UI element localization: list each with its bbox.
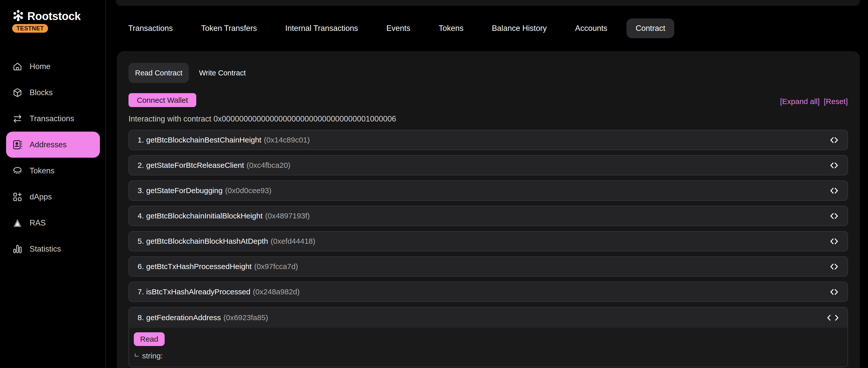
method-name: isBtcTxHashAlreadyProcessed — [146, 287, 250, 296]
statistics-icon — [12, 244, 23, 254]
sidebar-item-label: dApps — [30, 192, 52, 201]
blocks-icon — [12, 87, 23, 98]
sidebar-item-dapps[interactable]: dApps — [6, 184, 100, 210]
method-selector: (0x97fcca7d) — [254, 262, 298, 271]
brand[interactable]: Rootstock — [12, 9, 81, 23]
method-8-body: Read string: — [129, 328, 847, 367]
method-name: getBtcTxHashProcessedHeight — [146, 262, 252, 271]
method-row-2[interactable]: 2. getStateForBtcReleaseClient (0xc4fbca… — [128, 155, 848, 175]
sidebar-item-ras[interactable]: RAS — [6, 210, 100, 236]
sidebar-item-label: Home — [30, 62, 51, 71]
method-selector: (0x4897193f) — [265, 211, 310, 220]
method-name: getFederationAddress — [146, 313, 221, 322]
method-number: 4. — [137, 211, 144, 220]
method-name: getBtcBlockchainBlockHashAtDepth — [146, 237, 268, 246]
testnet-badge: TESTNET — [12, 24, 48, 33]
panel-links: [Expand all] [Reset] — [780, 97, 848, 106]
method-row-3[interactable]: 3. getStateForDebugging (0x0d0cee93) — [128, 180, 848, 201]
sidebar: Rootstock TESTNET Home Blocks Transactio… — [0, 0, 106, 368]
method-row-1[interactable]: 1. getBtcBlockchainBestChainHeight (0x14… — [128, 130, 848, 150]
method-row-4[interactable]: 4. getBtcBlockchainInitialBlockHeight (0… — [128, 206, 848, 226]
read-button[interactable]: Read — [134, 332, 165, 346]
method-selector: (0x14c89c01) — [264, 136, 310, 144]
method-selector: (0x248a982d) — [253, 287, 300, 296]
method-selector: (0x6923fa85) — [223, 313, 268, 322]
subtab-read-contract[interactable]: Read Contract — [128, 63, 189, 83]
tab-contract[interactable]: Contract — [626, 19, 674, 38]
tab-transactions[interactable]: Transactions — [128, 24, 173, 33]
tab-tokens[interactable]: Tokens — [439, 24, 463, 33]
sidebar-item-label: Addresses — [30, 140, 66, 149]
address-tab-bar: Transactions Token Transfers Internal Tr… — [128, 19, 665, 38]
method-name: getBtcBlockchainInitialBlockHeight — [146, 211, 262, 220]
ras-icon — [12, 218, 23, 228]
method-row-5[interactable]: 5. getBtcBlockchainBlockHashAtDepth (0xe… — [128, 231, 848, 251]
method-row-8[interactable]: 8. getFederationAddress (0x6923fa85) — [129, 308, 847, 328]
method-selector: (0xefd44418) — [271, 237, 315, 246]
home-icon — [12, 61, 23, 72]
method-name: getStateForDebugging — [146, 186, 223, 195]
tab-balance-history[interactable]: Balance History — [492, 24, 547, 33]
code-icon[interactable] — [829, 213, 839, 220]
tokens-icon — [12, 166, 23, 176]
sidebar-item-label: Tokens — [30, 166, 54, 175]
method-number: 1. — [137, 136, 144, 144]
method-selector: (0x0d0cee93) — [225, 186, 271, 195]
sidebar-item-tokens[interactable]: Tokens — [6, 158, 100, 184]
code-icon[interactable] — [829, 137, 839, 143]
code-icon[interactable] — [829, 288, 839, 295]
method-number: 2. — [137, 161, 144, 170]
output-branch-icon — [135, 353, 138, 357]
tab-token-transfers[interactable]: Token Transfers — [201, 24, 257, 33]
sidebar-item-home[interactable]: Home — [6, 53, 100, 80]
method-name: getBtcBlockchainBestChainHeight — [146, 136, 261, 144]
method-number: 5. — [137, 237, 144, 246]
sidebar-item-addresses[interactable]: Addresses — [6, 132, 100, 158]
sidebar-item-label: Transactions — [30, 114, 74, 123]
transactions-icon — [12, 113, 23, 124]
method-selector: (0xc4fbca20) — [247, 161, 290, 170]
code-icon[interactable] — [829, 263, 839, 270]
sidebar-item-label: Statistics — [30, 245, 61, 254]
scrolled-card-edge — [116, 0, 860, 6]
contract-card: Read Contract Write Contract Connect Wal… — [117, 51, 860, 368]
method-number: 3. — [137, 186, 144, 195]
code-icon[interactable] — [829, 238, 839, 245]
tab-internal-transactions[interactable]: Internal Transactions — [285, 24, 358, 33]
method-row-8-expanded: 8. getFederationAddress (0x6923fa85) Rea… — [128, 307, 848, 367]
tab-accounts[interactable]: Accounts — [575, 24, 608, 33]
method-number: 8. — [137, 313, 144, 322]
sidebar-nav: Home Blocks Transactions Addresses — [6, 53, 100, 262]
method-name: getStateForBtcReleaseClient — [146, 161, 244, 170]
code-icon-expanded[interactable] — [827, 314, 839, 321]
addresses-icon — [12, 139, 23, 150]
tab-events[interactable]: Events — [386, 24, 410, 33]
sidebar-item-label: Blocks — [30, 88, 53, 97]
methods-list: 1. getBtcBlockchainBestChainHeight (0x14… — [128, 130, 848, 367]
interacting-with-contract-text: Interacting with contract 0x000000000000… — [128, 114, 396, 123]
output-line: string: — [134, 351, 847, 360]
expand-all-link[interactable]: [Expand all] — [780, 97, 820, 106]
brand-name: Rootstock — [27, 10, 81, 23]
method-row-7[interactable]: 7. isBtcTxHashAlreadyProcessed (0x248a98… — [128, 282, 848, 302]
output-type-label: string: — [142, 351, 163, 360]
sidebar-item-transactions[interactable]: Transactions — [6, 106, 100, 132]
subtab-write-contract[interactable]: Write Contract — [199, 69, 246, 77]
method-row-6[interactable]: 6. getBtcTxHashProcessedHeight (0x97fcca… — [128, 256, 848, 277]
code-icon[interactable] — [829, 187, 839, 194]
rootstock-logo-icon — [12, 9, 24, 23]
sidebar-item-label: RAS — [30, 219, 46, 228]
dapps-icon — [12, 192, 23, 202]
sidebar-item-blocks[interactable]: Blocks — [6, 80, 100, 106]
sidebar-item-statistics[interactable]: Statistics — [6, 236, 100, 262]
connect-wallet-button[interactable]: Connect Wallet — [128, 93, 196, 107]
code-icon[interactable] — [829, 162, 839, 169]
contract-subtabs: Read Contract Write Contract — [128, 63, 246, 83]
reset-link[interactable]: [Reset] — [824, 97, 848, 106]
method-number: 7. — [137, 287, 144, 296]
method-number: 6. — [137, 262, 144, 271]
